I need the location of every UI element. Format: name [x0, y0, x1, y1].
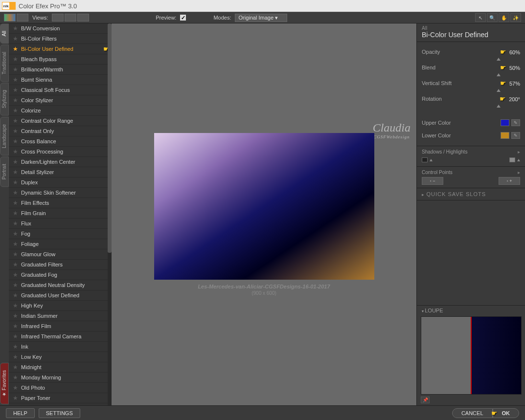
filter-item[interactable]: ★Dynamic Skin Softener	[9, 188, 108, 198]
tab-traditional[interactable]: Traditional	[0, 44, 9, 82]
slider-row[interactable]: Rotation☛200°	[422, 93, 520, 105]
filter-item[interactable]: ★High Key	[9, 301, 108, 311]
filter-item[interactable]: ★Colorize	[9, 106, 108, 116]
star-icon[interactable]: ★	[13, 107, 18, 114]
shadows-indicator[interactable]	[422, 157, 428, 162]
tab-favorites[interactable]: Favorites	[0, 363, 9, 404]
upper-color-dropper-icon[interactable]: ✎	[511, 119, 520, 126]
filter-item[interactable]: ★Contrast Only	[9, 126, 108, 136]
star-icon[interactable]: ★	[13, 138, 18, 145]
star-icon[interactable]: ★	[13, 405, 18, 405]
filter-item[interactable]: ★Infrared Thermal Camera	[9, 332, 108, 342]
star-icon[interactable]: ★	[13, 302, 18, 309]
star-icon[interactable]: ★	[13, 241, 18, 247]
star-icon[interactable]: ★	[13, 230, 18, 237]
star-icon[interactable]: ★	[13, 271, 18, 278]
star-icon[interactable]: ★	[13, 128, 18, 134]
loupe-pin-icon[interactable]: 📌	[421, 397, 430, 403]
star-icon[interactable]: ★	[13, 158, 18, 165]
filter-item[interactable]: ★Glamour Glow	[9, 249, 108, 260]
highlights-indicator[interactable]	[509, 157, 515, 162]
star-icon[interactable]: ★	[13, 148, 18, 155]
filter-scrollbar[interactable]	[108, 23, 112, 405]
star-icon[interactable]: ★	[13, 210, 18, 217]
star-icon[interactable]: ★	[13, 333, 18, 340]
filter-item[interactable]: ★Graduated Filters	[9, 260, 108, 270]
filter-item[interactable]: ★Duplex	[9, 177, 108, 188]
star-icon[interactable]: ★	[13, 199, 18, 206]
star-icon[interactable]: ★	[13, 323, 18, 330]
filter-item[interactable]: ★Graduated User Defined	[9, 290, 108, 301]
star-icon[interactable]: ★	[13, 76, 18, 83]
filter-item[interactable]: ★Low Key	[9, 352, 108, 362]
tab-landscape[interactable]: Landscape	[0, 117, 9, 155]
filter-item[interactable]: ★Midnight	[9, 362, 108, 373]
slider-track[interactable]	[422, 105, 520, 109]
view-single-icon[interactable]	[52, 14, 64, 22]
upper-color-swatch[interactable]	[501, 119, 509, 126]
star-icon[interactable]: ★	[13, 395, 18, 401]
filter-item[interactable]: ★Brilliance/Warmth	[9, 65, 108, 75]
tab-portrait[interactable]: Portrait	[0, 156, 9, 187]
filter-item[interactable]: ★Classical Soft Focus	[9, 85, 108, 95]
star-icon[interactable]: ★	[13, 66, 18, 73]
filter-item[interactable]: ★Detail Stylizer	[9, 167, 108, 177]
star-icon[interactable]: ★	[13, 251, 18, 258]
star-icon[interactable]: ★	[13, 312, 18, 319]
filter-item[interactable]: ★Indian Summer	[9, 311, 108, 321]
tab-all[interactable]: All	[0, 23, 9, 44]
filter-item[interactable]: ★Contrast Color Range	[9, 116, 108, 126]
expand-icon[interactable]: ▸	[518, 170, 520, 175]
tab-stylizing[interactable]: Stylizing	[0, 83, 9, 115]
modes-select[interactable]: Original Image ▾	[235, 14, 287, 22]
filter-item[interactable]: ★Burnt Sienna	[9, 75, 108, 85]
zoom-tool-icon[interactable]: 🔍	[487, 13, 498, 22]
filmstrip-icon[interactable]	[4, 14, 16, 22]
neutral-tool-icon[interactable]: ✨	[510, 13, 521, 22]
star-icon[interactable]: ★	[13, 364, 18, 371]
slider-track[interactable]	[422, 73, 520, 77]
star-icon[interactable]: ★	[13, 56, 18, 63]
filter-item[interactable]: ★Color Stylizer	[9, 95, 108, 106]
filter-item[interactable]: ★Pastel	[9, 403, 108, 405]
filter-item[interactable]: ★Bleach Bypass	[9, 54, 108, 65]
control-point-remove-button[interactable]: ◦ −	[422, 177, 443, 185]
filter-item[interactable]: ★Film Effects	[9, 198, 108, 208]
slider-row[interactable]: Opacity☛60%	[422, 46, 520, 58]
filter-item[interactable]: ★Flux	[9, 219, 108, 229]
quick-save-slots[interactable]: QUICK SAVE SLOTS	[417, 188, 525, 200]
star-icon[interactable]: ★	[13, 374, 18, 381]
filter-item[interactable]: ★Foliage	[9, 239, 108, 249]
filter-item[interactable]: ★Cross Processing	[9, 147, 108, 157]
control-point-add-button[interactable]: ◦ +	[499, 177, 520, 185]
filter-item[interactable]: ★Old Photo	[9, 383, 108, 393]
star-icon[interactable]: ★	[13, 117, 18, 124]
slider-track[interactable]	[422, 89, 520, 93]
star-icon[interactable]: ★	[13, 179, 18, 186]
slider-row[interactable]: Vertical Shift☛57%	[422, 77, 520, 89]
filter-item[interactable]: ★Fog	[9, 229, 108, 239]
slider-row[interactable]: Blend☛50%	[422, 62, 520, 73]
lower-color-dropper-icon[interactable]: ✎	[511, 132, 520, 139]
filter-item[interactable]: ★Bi-Color Filters	[9, 34, 108, 44]
preview-checkbox[interactable]: ✓	[180, 15, 186, 21]
filter-item[interactable]: ★Bi-Color User Defined☛	[9, 44, 108, 54]
star-icon[interactable]: ★	[13, 169, 18, 176]
expand-icon[interactable]: ▸	[518, 149, 520, 155]
filter-item[interactable]: ★Ink	[9, 342, 108, 352]
star-icon[interactable]: ★	[13, 354, 18, 360]
filter-item[interactable]: ★B/W Conversion	[9, 23, 108, 34]
filter-item[interactable]: ★Graduated Neutral Density	[9, 280, 108, 290]
star-icon[interactable]: ★	[13, 292, 18, 299]
star-icon[interactable]: ★	[13, 97, 18, 104]
hand-tool-icon[interactable]: ✋	[499, 13, 509, 22]
star-icon[interactable]: ★	[13, 189, 18, 196]
star-icon[interactable]: ★	[13, 384, 18, 391]
star-icon[interactable]: ★	[13, 87, 18, 93]
settings-button[interactable]: SETTINGS	[39, 408, 80, 418]
filter-item[interactable]: ★Cross Balance	[9, 136, 108, 147]
star-icon[interactable]: ★	[13, 45, 18, 52]
loupe-header[interactable]: LOUPE	[417, 305, 525, 315]
filter-item[interactable]: ★Graduated Fog	[9, 270, 108, 280]
filter-item[interactable]: ★Darken/Lighten Center	[9, 157, 108, 167]
